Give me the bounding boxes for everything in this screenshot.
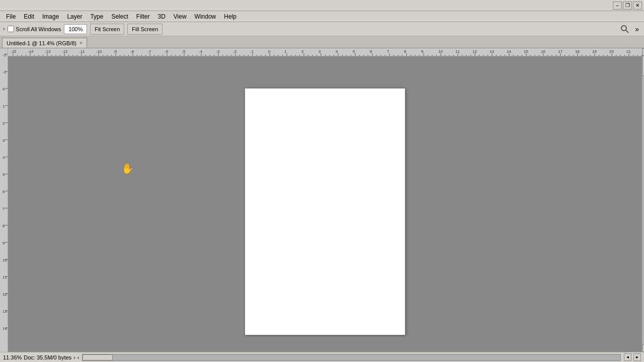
menu-layer[interactable]: Layer [63, 12, 86, 21]
options-expand-icon[interactable]: » [633, 25, 641, 33]
minimize-button[interactable]: – [613, 2, 622, 10]
search-icon[interactable] [620, 24, 630, 34]
menu-file[interactable]: File [2, 12, 20, 21]
options-bar: › Scroll All Windows Fit Screen Fill Scr… [0, 22, 644, 36]
doc-tab-close[interactable]: × [79, 40, 83, 46]
document-canvas [245, 88, 405, 335]
scroll-up-button[interactable]: ▲ [642, 48, 645, 56]
fill-screen-button[interactable]: Fill Screen [127, 24, 163, 35]
ruler-left [0, 48, 8, 352]
menu-type[interactable]: Type [86, 12, 107, 21]
scroll-down-button[interactable]: ▼ [642, 344, 645, 352]
menu-filter[interactable]: Filter [132, 12, 154, 21]
canvas-area[interactable]: ✋ [8, 64, 642, 360]
scroll-right-button[interactable]: ► [633, 353, 641, 361]
status-bar: 11.36% Doc: 35.5M/0 bytes › ‹ ◄ ► [0, 352, 644, 362]
menu-view[interactable]: View [170, 12, 191, 21]
scroll-all-windows-label: Scroll All Windows [8, 26, 61, 32]
menu-window[interactable]: Window [191, 12, 220, 21]
menu-image[interactable]: Image [38, 12, 63, 21]
doc-tab-bar: Untitled-1 @ 11.4% (RGB/8) × [0, 36, 644, 48]
main-area: ✋ ▲ ▼ [0, 48, 644, 352]
menu-help[interactable]: Help [220, 12, 240, 21]
title-bar: – ❐ ✕ [0, 0, 644, 11]
zoom-level: 11.36% [3, 354, 22, 360]
vertical-scrollbar: ▲ ▼ [642, 48, 644, 352]
status-right-arrow[interactable]: › [73, 354, 75, 360]
scroll-all-windows-checkbox[interactable] [8, 26, 14, 32]
doc-info: Doc: 35.5M/0 bytes [24, 354, 71, 360]
ruler-top [8, 48, 642, 56]
hscroll-thumb[interactable] [83, 354, 113, 360]
svg-line-1 [626, 30, 628, 33]
fit-screen-button[interactable]: Fit Screen [90, 24, 124, 35]
status-left-arrow[interactable]: ‹ [77, 354, 79, 360]
options-arrow[interactable]: › [3, 26, 5, 32]
menu-bar: File Edit Image Layer Type Select Filter… [0, 11, 644, 22]
hand-cursor-icon: ✋ [121, 162, 134, 174]
menu-edit[interactable]: Edit [20, 12, 38, 21]
maximize-button[interactable]: ❐ [623, 2, 632, 10]
doc-tab[interactable]: Untitled-1 @ 11.4% (RGB/8) × [2, 38, 87, 48]
menu-3d[interactable]: 3D [153, 12, 169, 21]
doc-tab-title: Untitled-1 @ 11.4% (RGB/8) [7, 40, 76, 46]
close-button[interactable]: ✕ [633, 2, 642, 10]
horizontal-scrollbar[interactable] [82, 354, 621, 361]
zoom-input[interactable] [64, 24, 87, 34]
scroll-left-button[interactable]: ◄ [624, 353, 631, 361]
menu-select[interactable]: Select [107, 12, 132, 21]
svg-point-0 [621, 26, 626, 31]
